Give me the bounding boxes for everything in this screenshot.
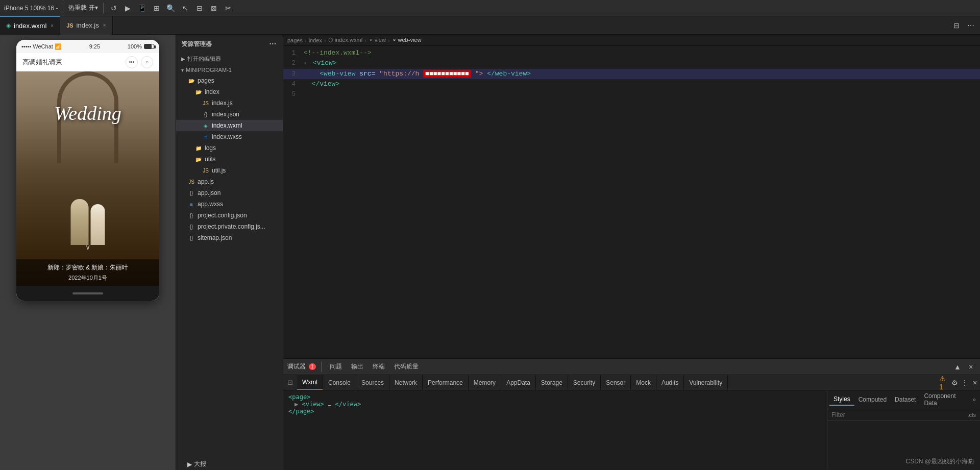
devtools-tab-network[interactable]: Network [389, 375, 423, 390]
devtools-badge: 1 [309, 363, 316, 370]
file-project-config[interactable]: {} project.config.json [176, 210, 283, 221]
line-content-3: <web-view src= "https://h ■■■■■■■■■■■ ">… [304, 69, 531, 79]
app-wxss-icon: ≡ [187, 200, 195, 208]
cursor-icon[interactable]: ↖ [180, 3, 190, 13]
devtools-tab-storage[interactable]: Storage [536, 375, 568, 390]
play-icon[interactable]: ▶ [123, 3, 133, 13]
search-icon[interactable]: 🔍 [166, 3, 176, 13]
js-file-icon: JS [66, 22, 73, 29]
breadcrumb-view[interactable]: ⚬ view [369, 37, 386, 43]
file-index-wxss[interactable]: ≡ index.wxss [176, 131, 283, 142]
devtools-issues-tab[interactable]: 问题 [327, 361, 345, 372]
dr-tab-styles[interactable]: Styles [829, 393, 854, 406]
devtools-tab-sensor[interactable]: Sensor [601, 375, 631, 390]
devtools-tab-security[interactable]: Security [568, 375, 601, 390]
devtools-close-icon[interactable]: × [966, 362, 976, 372]
file-app-wxss[interactable]: ≡ app.wxss [176, 199, 283, 210]
devtools-tab-performance[interactable]: Performance [423, 375, 469, 390]
devtools-content-row: <page> ▶ <view> … </view> </page> Styles… [283, 390, 980, 470]
dr-more-icon[interactable]: » [970, 396, 978, 403]
devtools-settings-icon[interactable]: ⚙ [949, 378, 960, 388]
phone-status-left: ••••• WeChat 📶 [21, 43, 62, 50]
breadcrumb-sep3: › [364, 37, 366, 43]
file-app-json[interactable]: {} app.json [176, 187, 283, 199]
layout-icon[interactable]: ⊞ [152, 3, 162, 13]
file-logs-folder[interactable]: 📁 logs [176, 142, 283, 154]
hot-reload-label[interactable]: 热重载 开▾ [68, 4, 97, 12]
dr-tab-dataset[interactable]: Dataset [891, 394, 920, 405]
file-logs-label: logs [205, 144, 216, 152]
wxml-page-close-tag: </page> [288, 408, 822, 415]
file-project-private[interactable]: {} project.private.config.js... [176, 221, 283, 232]
code-editor[interactable]: 1 <!--index.wxml--> 2 ▾ <view> 3 <web-vi… [283, 46, 980, 358]
close-nav-icon[interactable]: ○ [141, 56, 153, 68]
file-explorer-sidebar: 资源管理器 ⋯ ▶ 打开的编辑器 ▾ MINIPROGRAM-1 📂 pages… [176, 35, 283, 470]
phone-status-bar: ••••• WeChat 📶 9:25 100% [16, 40, 159, 53]
nav-icons: ••• ○ [126, 56, 153, 68]
devtools-more-icon[interactable]: ⋮ [960, 378, 970, 388]
sidebar-spacer [176, 243, 283, 458]
phone-icon[interactable]: 📱 [137, 3, 148, 13]
tabs-more-icon[interactable]: ⋯ [966, 20, 976, 31]
breadcrumb-webview: ⚬ web-view [392, 37, 422, 43]
devtools-tab-mock[interactable]: Mock [631, 375, 656, 390]
devtools-tab-wxml[interactable]: Wxml [297, 375, 323, 390]
phone-time: 9:25 [89, 43, 100, 50]
file-utils-folder[interactable]: 📂 utils [176, 154, 283, 165]
devtools-tab-audits[interactable]: Audits [656, 375, 684, 390]
split-editor-icon[interactable]: ⊟ [951, 20, 962, 31]
sidebar-bottom-label: ▶ 大报 [176, 458, 283, 470]
refresh-icon[interactable]: ↺ [109, 3, 119, 13]
file-index-js[interactable]: JS index.js [176, 97, 283, 109]
file-sitemap[interactable]: {} sitemap.json [176, 232, 283, 243]
file-util-js[interactable]: JS util.js [176, 165, 283, 176]
tab-close-js[interactable]: × [103, 22, 106, 28]
breadcrumb-index[interactable]: index [309, 37, 322, 43]
tab-index-js[interactable]: JS index.js × [60, 16, 112, 35]
breadcrumb-sep2: › [324, 37, 326, 43]
wxml-view-tag[interactable]: ▶ <view> … </view> [288, 401, 822, 408]
file-index-wxml[interactable]: ◈ index.wxml [176, 120, 283, 131]
breadcrumb-pages[interactable]: pages [287, 37, 303, 43]
line-num-5: 5 [283, 89, 304, 100]
dr-tab-component[interactable]: Component Data [920, 390, 970, 409]
devtools-up-icon[interactable]: ▲ [952, 362, 963, 372]
tab-index-wxml[interactable]: ◈ index.wxml × [0, 16, 60, 35]
breadcrumb-wxml[interactable]: ⬡ index.wxml [328, 37, 362, 43]
bottom-label: 大报 [194, 460, 206, 468]
grid2-icon[interactable]: ⊠ [209, 3, 219, 13]
fold-icon-2[interactable]: ▾ [304, 61, 307, 66]
menu-icon[interactable]: ••• [126, 56, 138, 68]
file-index-json[interactable]: {} index.json [176, 109, 283, 120]
grid-icon[interactable]: ⊟ [194, 3, 205, 13]
line-content-4: </view> [304, 79, 339, 89]
dr-tab-computed[interactable]: Computed [854, 394, 891, 405]
tag-view-open: <view> [313, 59, 337, 67]
file-index-folder[interactable]: 📂 index [176, 86, 283, 97]
miniprogram-chevron: ▾ [181, 67, 184, 73]
code-line-1: 1 <!--index.wxml--> [283, 48, 980, 58]
file-pages-folder[interactable]: 📂 pages [176, 75, 283, 86]
devtools-tab-memory[interactable]: Memory [469, 375, 501, 390]
open-editor-section[interactable]: ▶ 打开的编辑器 [176, 53, 283, 65]
code-line-5: 5 [283, 89, 980, 100]
devtools-tab-console[interactable]: Console [323, 375, 356, 390]
devtools-tab-appdata[interactable]: AppData [501, 375, 536, 390]
devtools-tab-vulnerability[interactable]: Vulnerability [684, 375, 728, 390]
file-app-js[interactable]: JS app.js [176, 176, 283, 187]
devtools-tab-sources[interactable]: Sources [356, 375, 389, 390]
file-index-wxml-label: index.wxml [212, 122, 242, 129]
miniprogram-section[interactable]: ▾ MINIPROGRAM-1 [176, 65, 283, 75]
wxml-page-tag: <page> [288, 393, 822, 401]
devtools-inspect-icon[interactable]: ⊡ [283, 379, 297, 386]
devtools-terminal-tab[interactable]: 终端 [370, 361, 388, 372]
device-label: iPhone 5 100% 16 - [4, 5, 58, 12]
filter-input[interactable] [831, 411, 968, 418]
tab-close-wxml[interactable]: × [51, 23, 54, 29]
app-json-icon: {} [187, 189, 195, 197]
sidebar-more-icon[interactable]: ⋯ [267, 39, 278, 49]
devtools-close2-icon[interactable]: × [970, 378, 980, 388]
devtools-output-tab[interactable]: 输出 [348, 361, 366, 372]
scissors-icon[interactable]: ✂ [223, 3, 233, 13]
devtools-quality-tab[interactable]: 代码质量 [391, 361, 422, 372]
